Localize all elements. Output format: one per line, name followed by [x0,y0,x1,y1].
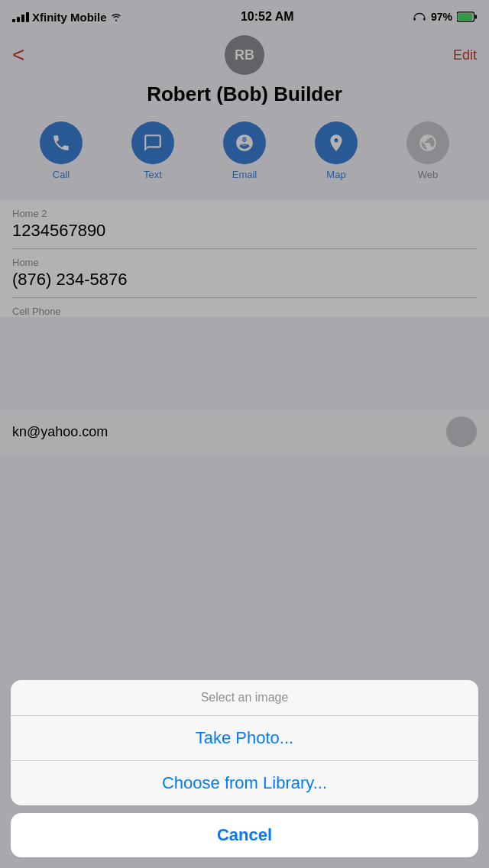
cancel-button[interactable]: Cancel [11,813,478,857]
action-sheet-main: Select an image Take Photo... Choose fro… [11,680,478,805]
choose-library-button[interactable]: Choose from Library... [11,761,478,805]
action-sheet: Select an image Take Photo... Choose fro… [0,680,489,868]
action-sheet-title: Select an image [11,680,478,716]
take-photo-button[interactable]: Take Photo... [11,716,478,761]
cancel-sheet: Cancel [11,813,478,857]
